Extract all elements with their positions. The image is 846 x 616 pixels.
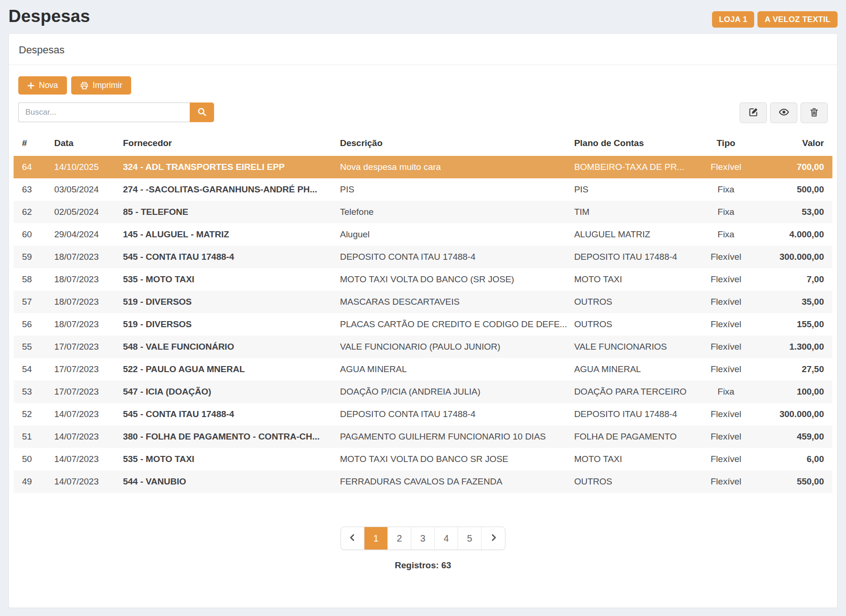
search-button[interactable] — [190, 103, 214, 122]
cell-supplier: 145 - ALUGUEL - MATRIZ — [119, 223, 336, 246]
cell-plan: DEPOSITO ITAU 17488-4 — [571, 246, 689, 268]
cell-value: 300.000,00 — [763, 246, 832, 268]
cell-supplier: 535 - MOTO TAXI — [119, 448, 336, 470]
cell-date: 02/05/2024 — [51, 201, 119, 223]
cell-id: 55 — [14, 336, 51, 358]
next-page-button[interactable] — [482, 527, 505, 550]
page-title: Despesas — [8, 7, 90, 26]
prev-page-button[interactable] — [341, 527, 364, 550]
cell-value: 500,00 — [763, 178, 832, 201]
store-badge[interactable]: LOJA 1 — [712, 11, 755, 28]
cell-date: 17/07/2023 — [51, 336, 119, 358]
cell-type: Flexível — [689, 268, 763, 291]
table-row[interactable]: 54 17/07/2023 522 - PAULO AGUA MNERAL AG… — [14, 358, 832, 381]
cell-value: 1.300,00 — [763, 336, 832, 358]
table-row[interactable]: 51 14/07/2023 380 - FOLHA DE PAGAMENTO -… — [14, 425, 832, 448]
page-number-button[interactable]: 1 — [364, 527, 388, 550]
toolbar: Nova Imprimir — [18, 76, 828, 95]
cell-type: Flexível — [689, 470, 763, 493]
cell-description: Telefone — [336, 201, 571, 223]
cell-type: Flexível — [689, 448, 763, 470]
table-header-row: # Data Fornecedor Descrição Plano de Con… — [14, 132, 832, 156]
page-number-button[interactable]: 2 — [388, 527, 411, 550]
cell-type: Fixa — [689, 178, 763, 201]
cell-plan: TIM — [571, 201, 689, 223]
cell-description: DEPOSITO CONTA ITAU 17488-4 — [336, 403, 571, 425]
page-number-button[interactable]: 5 — [458, 527, 482, 550]
table-row[interactable]: 53 17/07/2023 547 - ICIA (DOAÇÃO) DOAÇÃO… — [14, 381, 832, 403]
cell-plan: OUTROS — [571, 313, 689, 336]
print-label: Imprimir — [93, 81, 122, 90]
cell-supplier: 519 - DIVERSOS — [119, 291, 336, 313]
cell-date: 03/05/2024 — [51, 178, 119, 201]
cell-id: 64 — [14, 156, 51, 178]
table-row[interactable]: 49 14/07/2023 544 - VANUBIO FERRADURAS C… — [14, 470, 832, 493]
cell-type: Flexível — [689, 358, 763, 381]
cell-type: Fixa — [689, 381, 763, 403]
search-input[interactable] — [18, 103, 190, 122]
cell-date: 17/07/2023 — [51, 381, 119, 403]
edit-button[interactable] — [740, 103, 767, 123]
table-row[interactable]: 55 17/07/2023 548 - VALE FUNCIONÁRIO VAL… — [14, 336, 832, 358]
search-icon — [197, 107, 207, 118]
cell-type: Flexível — [689, 156, 763, 178]
cell-supplier: 522 - PAULO AGUA MNERAL — [119, 358, 336, 381]
topbar: Despesas LOJA 1 A VELOZ TEXTIL — [8, 0, 838, 33]
despesas-card: Despesas Nova — [8, 33, 838, 608]
cell-date: 29/04/2024 — [51, 223, 119, 246]
cell-value: 35,00 — [763, 291, 832, 313]
table-row[interactable]: 63 03/05/2024 274 - -SACOLITAS-GARANHUNS… — [14, 178, 832, 201]
table-row[interactable]: 50 14/07/2023 535 - MOTO TAXI MOTO TAXI … — [14, 448, 832, 470]
cell-supplier: 274 - -SACOLITAS-GARANHUNS-ANDRÉ PH... — [119, 178, 336, 201]
cell-plan: MOTO TAXI — [571, 448, 689, 470]
cell-supplier: 519 - DIVERSOS — [119, 313, 336, 336]
cell-value: 53,00 — [763, 201, 832, 223]
cell-plan: PIS — [571, 178, 689, 201]
pagination-wrap: 12345 Registros: 63 — [18, 527, 828, 571]
trash-icon — [809, 108, 819, 118]
view-button[interactable] — [770, 103, 797, 123]
cell-description: AGUA MINERAL — [336, 358, 571, 381]
cell-type: Flexível — [689, 403, 763, 425]
table-row[interactable]: 62 02/05/2024 85 - TELEFONE Telefone TIM… — [14, 201, 832, 223]
cell-plan: BOMBEIRO-TAXA DE PR... — [571, 156, 689, 178]
cell-type: Flexível — [689, 246, 763, 268]
table-row[interactable]: 60 29/04/2024 145 - ALUGUEL - MATRIZ Alu… — [14, 223, 832, 246]
table-row[interactable]: 59 18/07/2023 545 - CONTA ITAU 17488-4 D… — [14, 246, 832, 268]
page-number-button[interactable]: 4 — [435, 527, 458, 550]
cell-id: 59 — [14, 246, 51, 268]
cell-supplier: 544 - VANUBIO — [119, 470, 336, 493]
chevron-right-icon — [490, 533, 497, 544]
cell-value: 27,50 — [763, 358, 832, 381]
plus-icon — [27, 82, 35, 89]
card-header: Despesas — [9, 34, 837, 65]
expenses-table-body: 64 14/10/2025 324 - ADL TRANSPORTES EIRE… — [14, 156, 832, 493]
column-header-id: # — [14, 132, 51, 156]
table-row[interactable]: 64 14/10/2025 324 - ADL TRANSPORTES EIRE… — [14, 156, 832, 178]
cell-date: 14/10/2025 — [51, 156, 119, 178]
cell-supplier: 535 - MOTO TAXI — [119, 268, 336, 291]
table-row[interactable]: 52 14/07/2023 545 - CONTA ITAU 17488-4 D… — [14, 403, 832, 425]
delete-button[interactable] — [801, 103, 828, 123]
table-row[interactable]: 58 18/07/2023 535 - MOTO TAXI MOTO TAXI … — [14, 268, 832, 291]
cell-supplier: 324 - ADL TRANSPORTES EIRELI EPP — [119, 156, 336, 178]
cell-description: DOAÇÃO P/ICIA (ANDREIA JULIA) — [336, 381, 571, 403]
search-group — [18, 103, 214, 122]
new-expense-button[interactable]: Nova — [18, 76, 67, 95]
company-badge[interactable]: A VELOZ TEXTIL — [757, 11, 838, 28]
cell-supplier: 545 - CONTA ITAU 17488-4 — [119, 403, 336, 425]
cell-date: 14/07/2023 — [51, 470, 119, 493]
cell-id: 51 — [14, 425, 51, 448]
page-number-button[interactable]: 3 — [411, 527, 435, 550]
cell-date: 18/07/2023 — [51, 313, 119, 336]
cell-type: Flexível — [689, 336, 763, 358]
cell-date: 18/07/2023 — [51, 268, 119, 291]
expenses-table: # Data Fornecedor Descrição Plano de Con… — [14, 132, 832, 493]
print-button[interactable]: Imprimir — [71, 76, 131, 95]
cell-value: 700,00 — [763, 156, 832, 178]
table-row[interactable]: 56 18/07/2023 519 - DIVERSOS PLACAS CART… — [14, 313, 832, 336]
cell-value: 6,00 — [763, 448, 832, 470]
table-row[interactable]: 57 18/07/2023 519 - DIVERSOS MASCARAS DE… — [14, 291, 832, 313]
cell-description: MASCARAS DESCARTAVEIS — [336, 291, 571, 313]
cell-value: 7,00 — [763, 268, 832, 291]
